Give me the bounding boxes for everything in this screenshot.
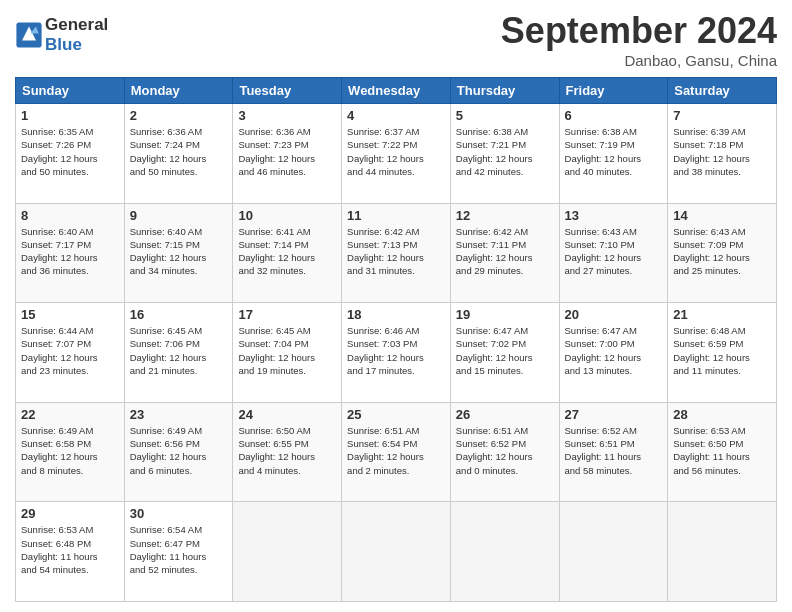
day-number: 29 (21, 506, 119, 521)
day-info: Sunrise: 6:38 AMSunset: 7:19 PMDaylight:… (565, 125, 663, 178)
day-number: 21 (673, 307, 771, 322)
day-info: Sunrise: 6:39 AMSunset: 7:18 PMDaylight:… (673, 125, 771, 178)
day-number: 8 (21, 208, 119, 223)
day-info: Sunrise: 6:53 AMSunset: 6:50 PMDaylight:… (673, 424, 771, 477)
day-number: 10 (238, 208, 336, 223)
table-row: 12 Sunrise: 6:42 AMSunset: 7:11 PMDaylig… (450, 203, 559, 303)
day-info: Sunrise: 6:45 AMSunset: 7:06 PMDaylight:… (130, 324, 228, 377)
table-row: 24 Sunrise: 6:50 AMSunset: 6:55 PMDaylig… (233, 402, 342, 502)
day-info: Sunrise: 6:37 AMSunset: 7:22 PMDaylight:… (347, 125, 445, 178)
table-row: 14 Sunrise: 6:43 AMSunset: 7:09 PMDaylig… (668, 203, 777, 303)
day-number: 20 (565, 307, 663, 322)
calendar-table: Sunday Monday Tuesday Wednesday Thursday… (15, 77, 777, 602)
table-row (668, 502, 777, 602)
col-saturday: Saturday (668, 78, 777, 104)
day-info: Sunrise: 6:36 AMSunset: 7:23 PMDaylight:… (238, 125, 336, 178)
logo-text: General Blue (45, 15, 108, 55)
day-number: 28 (673, 407, 771, 422)
col-friday: Friday (559, 78, 668, 104)
day-number: 23 (130, 407, 228, 422)
table-row: 25 Sunrise: 6:51 AMSunset: 6:54 PMDaylig… (342, 402, 451, 502)
table-row (233, 502, 342, 602)
table-row: 15 Sunrise: 6:44 AMSunset: 7:07 PMDaylig… (16, 303, 125, 403)
table-row (450, 502, 559, 602)
day-number: 18 (347, 307, 445, 322)
table-row: 2 Sunrise: 6:36 AMSunset: 7:24 PMDayligh… (124, 104, 233, 204)
day-info: Sunrise: 6:38 AMSunset: 7:21 PMDaylight:… (456, 125, 554, 178)
day-info: Sunrise: 6:48 AMSunset: 6:59 PMDaylight:… (673, 324, 771, 377)
day-number: 22 (21, 407, 119, 422)
day-number: 4 (347, 108, 445, 123)
logo: General Blue (15, 15, 108, 55)
table-row (342, 502, 451, 602)
table-row: 13 Sunrise: 6:43 AMSunset: 7:10 PMDaylig… (559, 203, 668, 303)
table-row: 27 Sunrise: 6:52 AMSunset: 6:51 PMDaylig… (559, 402, 668, 502)
day-number: 27 (565, 407, 663, 422)
table-row (559, 502, 668, 602)
day-info: Sunrise: 6:40 AMSunset: 7:15 PMDaylight:… (130, 225, 228, 278)
day-number: 5 (456, 108, 554, 123)
table-row: 4 Sunrise: 6:37 AMSunset: 7:22 PMDayligh… (342, 104, 451, 204)
day-number: 16 (130, 307, 228, 322)
table-row: 9 Sunrise: 6:40 AMSunset: 7:15 PMDayligh… (124, 203, 233, 303)
day-info: Sunrise: 6:47 AMSunset: 7:00 PMDaylight:… (565, 324, 663, 377)
day-info: Sunrise: 6:40 AMSunset: 7:17 PMDaylight:… (21, 225, 119, 278)
day-number: 15 (21, 307, 119, 322)
table-row: 18 Sunrise: 6:46 AMSunset: 7:03 PMDaylig… (342, 303, 451, 403)
table-row: 7 Sunrise: 6:39 AMSunset: 7:18 PMDayligh… (668, 104, 777, 204)
table-row: 19 Sunrise: 6:47 AMSunset: 7:02 PMDaylig… (450, 303, 559, 403)
table-row: 22 Sunrise: 6:49 AMSunset: 6:58 PMDaylig… (16, 402, 125, 502)
day-number: 24 (238, 407, 336, 422)
logo-icon (15, 21, 43, 49)
day-number: 3 (238, 108, 336, 123)
col-wednesday: Wednesday (342, 78, 451, 104)
table-row: 26 Sunrise: 6:51 AMSunset: 6:52 PMDaylig… (450, 402, 559, 502)
day-info: Sunrise: 6:46 AMSunset: 7:03 PMDaylight:… (347, 324, 445, 377)
header: General Blue September 2024 Danbao, Gans… (15, 10, 777, 69)
day-info: Sunrise: 6:49 AMSunset: 6:58 PMDaylight:… (21, 424, 119, 477)
day-info: Sunrise: 6:52 AMSunset: 6:51 PMDaylight:… (565, 424, 663, 477)
day-number: 12 (456, 208, 554, 223)
day-info: Sunrise: 6:51 AMSunset: 6:52 PMDaylight:… (456, 424, 554, 477)
day-number: 30 (130, 506, 228, 521)
col-sunday: Sunday (16, 78, 125, 104)
day-info: Sunrise: 6:42 AMSunset: 7:13 PMDaylight:… (347, 225, 445, 278)
title-block: September 2024 Danbao, Gansu, China (501, 10, 777, 69)
table-row: 5 Sunrise: 6:38 AMSunset: 7:21 PMDayligh… (450, 104, 559, 204)
day-number: 19 (456, 307, 554, 322)
day-info: Sunrise: 6:43 AMSunset: 7:09 PMDaylight:… (673, 225, 771, 278)
day-info: Sunrise: 6:35 AMSunset: 7:26 PMDaylight:… (21, 125, 119, 178)
day-number: 14 (673, 208, 771, 223)
day-number: 13 (565, 208, 663, 223)
day-number: 7 (673, 108, 771, 123)
table-row: 20 Sunrise: 6:47 AMSunset: 7:00 PMDaylig… (559, 303, 668, 403)
table-row: 30 Sunrise: 6:54 AMSunset: 6:47 PMDaylig… (124, 502, 233, 602)
day-info: Sunrise: 6:47 AMSunset: 7:02 PMDaylight:… (456, 324, 554, 377)
table-row: 23 Sunrise: 6:49 AMSunset: 6:56 PMDaylig… (124, 402, 233, 502)
day-info: Sunrise: 6:44 AMSunset: 7:07 PMDaylight:… (21, 324, 119, 377)
day-info: Sunrise: 6:53 AMSunset: 6:48 PMDaylight:… (21, 523, 119, 576)
month-title: September 2024 (501, 10, 777, 52)
day-info: Sunrise: 6:36 AMSunset: 7:24 PMDaylight:… (130, 125, 228, 178)
table-row: 28 Sunrise: 6:53 AMSunset: 6:50 PMDaylig… (668, 402, 777, 502)
day-number: 25 (347, 407, 445, 422)
table-row: 3 Sunrise: 6:36 AMSunset: 7:23 PMDayligh… (233, 104, 342, 204)
day-info: Sunrise: 6:51 AMSunset: 6:54 PMDaylight:… (347, 424, 445, 477)
table-row: 6 Sunrise: 6:38 AMSunset: 7:19 PMDayligh… (559, 104, 668, 204)
day-number: 1 (21, 108, 119, 123)
table-row: 1 Sunrise: 6:35 AMSunset: 7:26 PMDayligh… (16, 104, 125, 204)
day-info: Sunrise: 6:49 AMSunset: 6:56 PMDaylight:… (130, 424, 228, 477)
location: Danbao, Gansu, China (501, 52, 777, 69)
table-row: 11 Sunrise: 6:42 AMSunset: 7:13 PMDaylig… (342, 203, 451, 303)
day-info: Sunrise: 6:54 AMSunset: 6:47 PMDaylight:… (130, 523, 228, 576)
day-info: Sunrise: 6:45 AMSunset: 7:04 PMDaylight:… (238, 324, 336, 377)
table-row: 29 Sunrise: 6:53 AMSunset: 6:48 PMDaylig… (16, 502, 125, 602)
day-info: Sunrise: 6:41 AMSunset: 7:14 PMDaylight:… (238, 225, 336, 278)
table-row: 8 Sunrise: 6:40 AMSunset: 7:17 PMDayligh… (16, 203, 125, 303)
col-thursday: Thursday (450, 78, 559, 104)
day-number: 26 (456, 407, 554, 422)
page: General Blue September 2024 Danbao, Gans… (0, 0, 792, 612)
day-info: Sunrise: 6:50 AMSunset: 6:55 PMDaylight:… (238, 424, 336, 477)
day-number: 17 (238, 307, 336, 322)
col-tuesday: Tuesday (233, 78, 342, 104)
